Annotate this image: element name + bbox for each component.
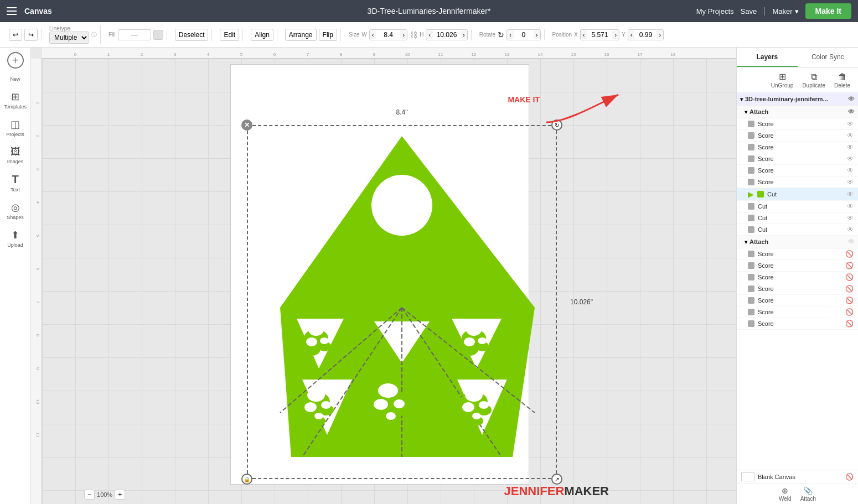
- layer-cut4[interactable]: Cut 👁: [737, 224, 858, 236]
- tab-color-sync[interactable]: Color Sync: [798, 48, 859, 67]
- x-increment[interactable]: ›: [612, 30, 619, 39]
- duplicate-button[interactable]: ⧉ Duplicate: [799, 70, 829, 90]
- sidebar-item-shapes[interactable]: ◎ Shapes: [0, 198, 30, 224]
- cut4-eye[interactable]: 👁: [847, 226, 854, 233]
- rotate-input[interactable]: [514, 30, 534, 40]
- blank-canvas-eye[interactable]: 🚫: [845, 473, 854, 481]
- score7-eye[interactable]: 🚫: [845, 250, 854, 258]
- layer-score10[interactable]: Score 🚫: [737, 283, 858, 295]
- layer-score13[interactable]: Score 🚫: [737, 318, 858, 330]
- align-button[interactable]: Align: [251, 29, 273, 41]
- edit-button[interactable]: Edit: [220, 29, 239, 41]
- width-decrement[interactable]: ‹: [370, 30, 376, 39]
- deselect-button[interactable]: Deselect: [175, 29, 209, 41]
- score9-eye[interactable]: 🚫: [845, 273, 854, 281]
- canvas-inner[interactable]: ✕ ↻ 🔒 ↗ 8.4" 10.026" MAKE IT: [42, 59, 736, 504]
- layer-score5[interactable]: Score 👁: [737, 165, 858, 176]
- layer-score11[interactable]: Score 🚫: [737, 295, 858, 306]
- rotate-increment[interactable]: ›: [534, 30, 540, 39]
- layer-score3[interactable]: Score 👁: [737, 142, 858, 153]
- cut1-eye[interactable]: 👁: [847, 190, 854, 198]
- sidebar-item-templates[interactable]: ⊞ Templates: [0, 87, 30, 113]
- layer-cut3[interactable]: Cut 👁: [737, 212, 858, 224]
- score13-eye[interactable]: 🚫: [845, 320, 854, 328]
- y-decrement[interactable]: ‹: [628, 30, 635, 39]
- fill-input[interactable]: [118, 29, 151, 40]
- layer-score8[interactable]: Score 🚫: [737, 260, 858, 272]
- undo-button[interactable]: ↩: [9, 29, 22, 41]
- height-input[interactable]: [433, 30, 461, 40]
- layer-score2[interactable]: Score 👁: [737, 130, 858, 142]
- zoom-in-button[interactable]: +: [115, 490, 125, 500]
- hamburger-menu[interactable]: [7, 7, 17, 15]
- group1-eye[interactable]: 👁: [848, 108, 855, 116]
- score3-eye[interactable]: 👁: [847, 143, 854, 151]
- group2-header[interactable]: ▾ Attach 👁: [737, 236, 858, 248]
- layer-score7[interactable]: Score 🚫: [737, 248, 858, 260]
- ruler-h-tick-13: 13: [505, 52, 510, 57]
- main-group-eye[interactable]: 👁: [848, 95, 855, 103]
- tab-layers[interactable]: Layers: [737, 48, 798, 67]
- delete-button[interactable]: 🗑 Delete: [831, 70, 854, 90]
- sidebar-item-new[interactable]: New: [0, 73, 30, 85]
- attach-action-button[interactable]: 📎 Attach: [800, 486, 816, 502]
- sidebar-item-images[interactable]: 🖼 Images: [0, 143, 30, 168]
- score11-eye[interactable]: 🚫: [845, 297, 854, 304]
- arrange-button[interactable]: Arrange: [285, 29, 317, 41]
- weld-action-button[interactable]: ⊕ Weld: [779, 486, 792, 502]
- scale-handle-br[interactable]: ↗: [551, 474, 562, 485]
- x-decrement[interactable]: ‹: [581, 30, 587, 39]
- cut2-eye[interactable]: 👁: [847, 202, 854, 210]
- ruler-h-tick-6: 6: [273, 52, 276, 57]
- x-input[interactable]: [587, 30, 612, 40]
- blank-canvas-item[interactable]: Blank Canvas 🚫: [737, 470, 858, 484]
- score11-color: [748, 297, 754, 304]
- height-decrement[interactable]: ‹: [426, 30, 433, 39]
- layer-cut2[interactable]: Cut 👁: [737, 201, 858, 212]
- group1-header[interactable]: ▾ Attach 👁: [737, 106, 858, 118]
- fill-picker-button[interactable]: [153, 30, 163, 40]
- score4-eye[interactable]: 👁: [847, 155, 854, 163]
- layer-score9[interactable]: Score 🚫: [737, 272, 858, 283]
- my-projects-button[interactable]: My Projects: [696, 7, 734, 15]
- cut3-eye[interactable]: 👁: [847, 214, 854, 222]
- score1-eye[interactable]: 👁: [847, 120, 854, 128]
- make-it-button[interactable]: Make It: [805, 3, 851, 19]
- redo-button[interactable]: ↪: [24, 29, 38, 41]
- close-handle[interactable]: ✕: [241, 119, 252, 131]
- layer-score1[interactable]: Score 👁: [737, 118, 858, 130]
- score8-eye[interactable]: 🚫: [845, 262, 854, 269]
- scale-handle-bl[interactable]: 🔒: [241, 474, 252, 485]
- main-group-header[interactable]: ▾ 3D-tree-luminary-jenniferm... 👁: [737, 93, 858, 106]
- layer-score12[interactable]: Score 🚫: [737, 306, 858, 318]
- height-increment[interactable]: ›: [461, 30, 467, 39]
- ungroup-button[interactable]: ⊞ UnGroup: [768, 70, 797, 90]
- score10-eye[interactable]: 🚫: [845, 285, 854, 293]
- layer-score4[interactable]: Score 👁: [737, 153, 858, 165]
- score12-eye[interactable]: 🚫: [845, 308, 854, 316]
- maker-dropdown[interactable]: Maker ▾: [772, 7, 798, 15]
- linetype-select[interactable]: Multiple: [49, 32, 89, 44]
- rotate-decrement[interactable]: ‹: [507, 30, 514, 39]
- sidebar-item-upload[interactable]: ⬆ Upload: [0, 226, 30, 251]
- main-layout: + New ⊞ Templates ◫ Projects 🖼 Images T …: [0, 48, 858, 504]
- width-input[interactable]: [376, 30, 400, 40]
- save-button[interactable]: Save: [741, 7, 757, 15]
- layer-score6[interactable]: Score 👁: [737, 176, 858, 188]
- ruler-h-tick-16: 16: [604, 52, 609, 57]
- score5-eye[interactable]: 👁: [847, 167, 854, 174]
- y-input[interactable]: [634, 30, 657, 40]
- score2-eye[interactable]: 👁: [847, 132, 854, 139]
- zoom-out-button[interactable]: −: [84, 490, 95, 500]
- design-object[interactable]: ✕ ↻ 🔒 ↗ 8.4" 10.026": [247, 125, 557, 479]
- width-increment[interactable]: ›: [400, 30, 407, 39]
- layer-cut1[interactable]: ▶ Cut 👁: [737, 188, 858, 201]
- sidebar-item-projects[interactable]: ◫ Projects: [0, 115, 30, 141]
- canvas-area[interactable]: 0 1 2 3 4 5 6 7 8 9 10 11 12 13 14 15 16…: [31, 48, 736, 504]
- group2-eye[interactable]: 👁: [848, 238, 855, 246]
- score6-eye[interactable]: 👁: [847, 178, 854, 186]
- flip-button[interactable]: Flip: [319, 29, 337, 41]
- new-button[interactable]: +: [7, 52, 24, 69]
- sidebar-item-text[interactable]: T Text: [0, 170, 30, 196]
- y-increment[interactable]: ›: [657, 30, 663, 39]
